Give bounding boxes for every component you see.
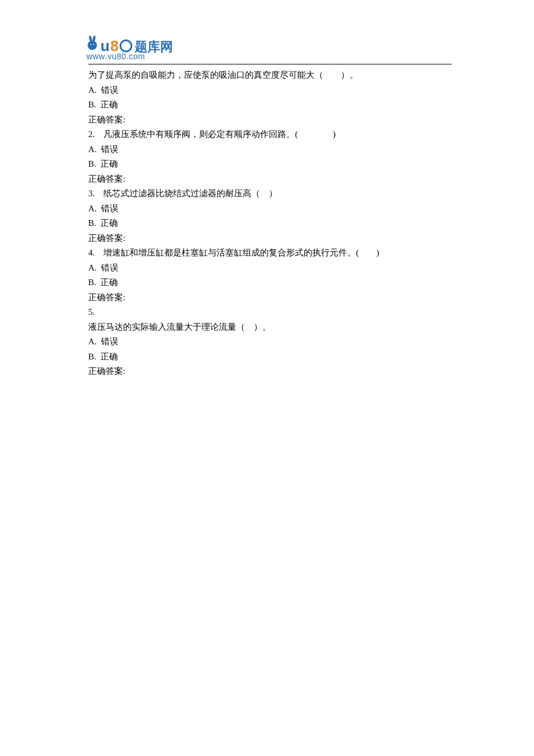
document-page: u 8 题库网 www.vu80.com 为了提高泵的自吸能力，应使泵的吸油口的…	[0, 0, 534, 379]
header-divider	[88, 64, 452, 64]
q4-option-b: B. 正确	[88, 275, 452, 290]
q2-option-b: B. 正确	[88, 157, 452, 172]
q3-text: 3. 纸芯式过滤器比烧结式过滤器的耐压高（ ）	[88, 186, 452, 201]
site-logo: u 8 题库网 www.vu80.com	[88, 35, 452, 63]
q2-answer-label: 正确答案:	[88, 172, 452, 187]
q5-option-b: B. 正确	[88, 350, 452, 365]
q4-answer-label: 正确答案:	[88, 290, 452, 305]
q2-option-a: A. 错误	[88, 142, 452, 157]
q4-option-a: A. 错误	[88, 261, 452, 276]
q1-option-a: A. 错误	[88, 83, 452, 98]
q1-answer-label: 正确答案:	[88, 113, 452, 128]
q1-option-b: B. 正确	[88, 98, 452, 113]
q1-text: 为了提高泵的自吸能力，应使泵的吸油口的真空度尽可能大（ ）。	[88, 68, 452, 83]
q3-answer-label: 正确答案:	[88, 231, 452, 246]
q2-text: 2. 凡液压系统中有顺序阀，则必定有顺序动作回路。( )	[88, 127, 452, 142]
q4-text: 4. 增速缸和增压缸都是柱塞缸与活塞缸组成的复合形式的执行元件。( )	[88, 246, 452, 261]
q5-answer-label: 正确答案:	[88, 364, 452, 379]
svg-point-2	[88, 41, 97, 50]
document-content: 为了提高泵的自吸能力，应使泵的吸油口的真空度尽可能大（ ）。 A. 错误 B. …	[88, 68, 452, 379]
logo-0	[120, 39, 132, 52]
q3-option-a: A. 错误	[88, 201, 452, 217]
q5-text: 液压马达的实际输入流量大于理论流量（ ）。	[88, 320, 452, 335]
q5-option-a: A. 错误	[88, 334, 452, 350]
q5-number: 5.	[88, 305, 452, 320]
svg-point-3	[91, 44, 92, 45]
q3-option-b: B. 正确	[88, 216, 452, 231]
bunny-icon	[86, 35, 100, 51]
svg-point-4	[93, 44, 95, 45]
